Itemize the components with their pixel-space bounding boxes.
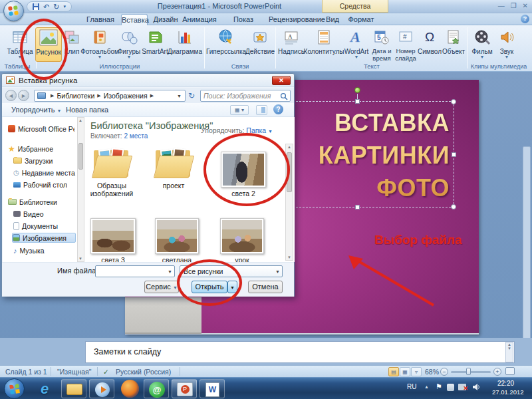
file-name-field[interactable] <box>98 267 165 276</box>
restore-icon[interactable]: ❐ <box>511 2 517 9</box>
action-center-flag-icon[interactable]: ⚑ <box>436 382 442 391</box>
breadcrumb-libraries[interactable]: Библиотеки <box>57 92 94 100</box>
file-item-svetlana[interactable]: светлана <box>153 218 201 264</box>
file-name-input[interactable]: ▼ <box>95 265 175 277</box>
tab-animation[interactable]: Анимация <box>181 14 218 25</box>
sidebar-item-msoffice[interactable]: Microsoft Office Pe <box>8 124 74 134</box>
tab-review[interactable]: Рецензирование <box>269 14 321 25</box>
tray-expand-icon[interactable]: ▲ <box>424 384 429 389</box>
sidebar-item-pictures[interactable]: Изображения <box>12 233 76 243</box>
zoom-level[interactable]: 68% <box>425 367 439 376</box>
clock-time[interactable]: 22:20 <box>497 380 514 387</box>
word-taskbar-button[interactable]: W <box>200 379 225 398</box>
help-icon[interactable]: ? <box>521 15 529 23</box>
tab-slideshow[interactable]: Показ слайдов <box>219 14 267 25</box>
search-input[interactable] <box>203 91 278 100</box>
sidebar-item-documents[interactable]: Документы <box>13 221 76 231</box>
quick-access-toolbar[interactable]: ↶ ↻ ▾ <box>27 1 72 12</box>
action-button[interactable]: Действие <box>246 27 274 62</box>
tab-format[interactable]: Формат <box>344 14 378 25</box>
undo-icon[interactable]: ↶ <box>43 2 49 11</box>
rotate-handle[interactable] <box>354 87 360 93</box>
zoom-slider-thumb[interactable] <box>466 368 471 375</box>
network-icon[interactable]: ✕ <box>458 384 466 390</box>
resize-handle-bottom[interactable] <box>355 205 360 209</box>
sidebar-scrollbar[interactable]: ▲ ▼ <box>77 117 84 262</box>
views-button[interactable]: ▦ ▾ <box>230 105 249 115</box>
internet-explorer-icon[interactable]: e <box>35 380 55 398</box>
tray-updates-icon[interactable] <box>447 384 454 391</box>
office-button[interactable] <box>3 1 24 21</box>
resize-handle-top[interactable] <box>355 99 360 104</box>
resize-handle-bottom-right[interactable] <box>451 204 456 209</box>
chart-button[interactable]: Диаграмма <box>168 27 202 62</box>
resize-handle-top-right[interactable] <box>451 99 456 104</box>
shapes-button[interactable]: Фигуры ▼ <box>117 27 141 62</box>
save-icon[interactable] <box>33 3 39 10</box>
minimize-icon[interactable]: — <box>498 2 505 9</box>
mail-agent-taskbar-button[interactable]: @ <box>144 379 169 398</box>
media-player-taskbar-button[interactable] <box>89 379 114 398</box>
zoom-in-icon[interactable]: + <box>493 368 501 376</box>
explorer-taskbar-button[interactable] <box>61 379 86 398</box>
redo-icon[interactable]: ↻ <box>53 2 59 11</box>
sidebar-item-libraries[interactable]: Библиотеки <box>8 197 74 207</box>
cancel-button[interactable]: Отмена <box>248 281 283 293</box>
tab-design[interactable]: Дизайн <box>150 14 181 25</box>
sound-button[interactable]: Звук ▼ <box>496 27 517 62</box>
tray-language[interactable]: RU <box>407 383 416 390</box>
movie-button[interactable]: Фильм ▼ <box>470 27 494 62</box>
tab-home[interactable]: Главная <box>81 14 120 25</box>
date-time-button[interactable]: 5 Дата и время <box>370 27 394 62</box>
forward-icon[interactable]: ► <box>18 90 29 101</box>
fit-to-window-icon[interactable] <box>505 367 515 375</box>
slide-sorter-icon[interactable]: ▦ <box>400 367 410 376</box>
start-button[interactable] <box>4 378 25 399</box>
symbol-button[interactable]: Ω Символ <box>418 27 442 62</box>
firefox-icon[interactable] <box>121 380 139 398</box>
slideshow-view-icon[interactable]: ▿ <box>411 367 422 376</box>
preview-pane-icon[interactable] <box>256 105 267 115</box>
powerpoint-taskbar-button[interactable]: P <box>172 379 197 398</box>
clock-date[interactable]: 27.01.2012 <box>492 388 524 396</box>
file-item-project[interactable]: проект <box>150 147 197 190</box>
header-footer-button[interactable]: Колонтитулы <box>305 27 342 62</box>
new-folder-button[interactable]: Новая папка <box>66 106 108 114</box>
theme-name[interactable]: "Изящная" <box>57 367 91 376</box>
hyperlink-button[interactable]: Гиперссылка <box>207 27 245 62</box>
sidebar-item-downloads[interactable]: Загрузки <box>13 156 76 166</box>
tools-button[interactable]: Сервис ▼ <box>144 281 179 293</box>
file-item-samples[interactable]: Образцы изображений <box>85 147 138 198</box>
textbox-button[interactable]: A Надпись <box>277 27 305 62</box>
breadcrumb-pictures[interactable]: Изображения <box>104 92 148 100</box>
dialog-close-icon[interactable]: ✕ <box>272 76 291 85</box>
breadcrumb[interactable]: ▶ Библиотеки ▶ Изображения ▶ ▼ <box>34 90 186 102</box>
back-icon[interactable]: ◄ <box>5 90 17 101</box>
customize-qat-icon[interactable]: ▾ <box>63 2 66 11</box>
arrange-by[interactable]: Упорядочить: Папка ▼ <box>201 126 273 134</box>
notes-panel[interactable]: Заметки к слайду <box>85 341 515 363</box>
organize-button[interactable]: Упорядочить ▼ <box>11 106 61 114</box>
file-item-urok[interactable]: урок <box>218 218 266 264</box>
slide-number-button[interactable]: # Номер слайда <box>394 27 418 62</box>
object-button[interactable]: Объект <box>441 27 466 62</box>
notes-scrollbar[interactable]: ▲▼ <box>505 342 513 362</box>
tab-insert[interactable]: Вставка <box>121 14 148 25</box>
wordart-button[interactable]: A WordArt ▼ <box>343 27 370 62</box>
sidebar-item-video[interactable]: Видео <box>13 209 76 219</box>
zoom-slider[interactable] <box>451 371 491 373</box>
sidebar-item-music[interactable]: ♪ Музыка <box>13 245 76 255</box>
language-indicator[interactable]: Русский (Россия) <box>116 367 171 376</box>
resize-handle-right[interactable] <box>452 152 456 157</box>
photo-album-button[interactable]: Фотоальбом ▼ <box>81 27 118 62</box>
window-controls[interactable]: —❐✕ <box>498 2 528 9</box>
zoom-out-icon[interactable]: − <box>440 368 448 376</box>
tab-view[interactable]: Вид <box>322 14 343 25</box>
file-item-sveta3[interactable]: света 3 <box>88 218 138 264</box>
refresh-icon[interactable]: ↻ <box>188 91 195 100</box>
address-dropdown-icon[interactable]: ▼ <box>177 94 182 98</box>
sidebar-item-desktop[interactable]: Рабочий стол <box>13 180 76 190</box>
smartart-button[interactable]: SmartArt <box>141 27 169 62</box>
search-box[interactable] <box>200 90 291 102</box>
includes-link[interactable]: 2 места <box>124 132 148 140</box>
